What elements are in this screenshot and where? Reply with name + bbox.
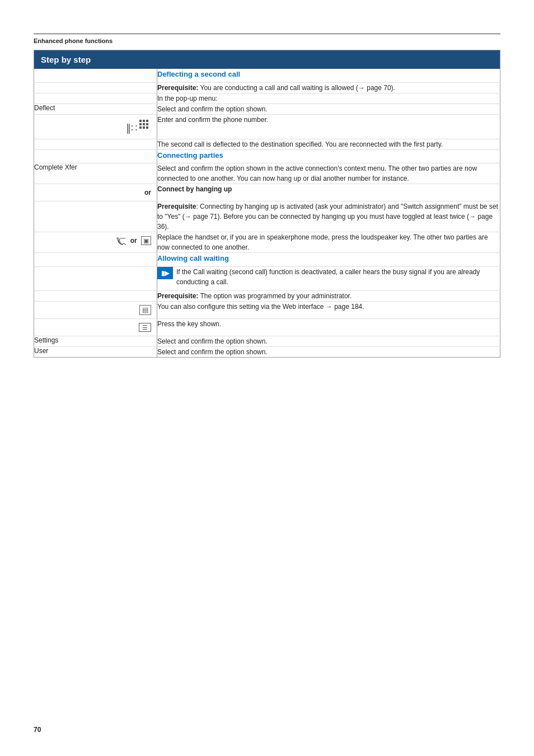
complete-xfer-text: Complete Xfer: [34, 163, 77, 171]
right-complete-xfer: Select and confirm the option shown in t…: [157, 163, 500, 184]
page-number: 70: [34, 726, 41, 734]
web-icon: ▤: [139, 305, 151, 315]
speaker-icon: ▣: [141, 236, 151, 245]
menu-icon-row: ☰ Press the key shown.: [34, 318, 500, 336]
numpad-icon-cell: ‖∷: [34, 114, 157, 139]
svg-rect-5: [146, 123, 148, 125]
phone-icon: [116, 237, 126, 245]
svg-rect-4: [143, 123, 145, 125]
svg-rect-2: [146, 120, 148, 122]
deflect-text: Deflect: [34, 104, 55, 112]
right-menu: Press the key shown.: [157, 318, 500, 336]
svg-rect-6: [139, 126, 142, 129]
section-deflecting-heading-row: Deflecting a second call: [34, 69, 500, 82]
left-empty-7: [34, 253, 157, 267]
svg-rect-3: [139, 123, 142, 125]
left-empty-5: [34, 149, 157, 163]
info-icon: ▮▶: [157, 267, 173, 279]
connect-hanging-up-text: Connect by hanging up: [157, 185, 232, 193]
deflected-result-row: The second call is deflected to the dest…: [34, 139, 500, 149]
complete-xfer-label: Complete Xfer: [34, 163, 157, 184]
prereq-bold-1: Prerequisite:: [157, 84, 198, 92]
connect-prereq-row: Prerequisite: Connecting by hanging up i…: [34, 201, 500, 232]
info-text: If the Call waiting (second call) functi…: [176, 267, 500, 287]
right-popup-menu: In the pop-up menu:: [157, 93, 500, 104]
numpad-row: ‖∷ Enter and confirm the phone number.: [34, 114, 500, 139]
info-row: ▮▶ If the Call waiting (second call) fun…: [157, 267, 500, 287]
section-connecting-heading-row: Connecting parties: [34, 149, 500, 163]
svg-rect-8: [146, 126, 148, 129]
prereq-admin-row: Prerequisite: The option was programmed …: [34, 290, 500, 301]
right-web: You can also configure this setting via …: [157, 301, 500, 318]
right-deflected-result: The second call is deflected to the dest…: [157, 139, 500, 149]
right-numpad: Enter and confirm the phone number.: [157, 114, 500, 139]
right-connecting-heading: Connecting parties: [157, 149, 500, 163]
step-by-step-label: Step by step: [34, 50, 157, 69]
main-table: Step by step Deflecting a second call Pr…: [34, 50, 500, 358]
numpad-icon: ‖∷: [126, 123, 137, 134]
svg-rect-1: [143, 120, 145, 122]
right-connect-prereq: Prerequisite: Connecting by hanging up i…: [157, 201, 500, 232]
right-prereq-admin: Prerequisite: The option was programmed …: [157, 290, 500, 301]
info-box-row: ▮▶ If the Call waiting (second call) fun…: [34, 266, 500, 290]
left-empty-9: [34, 290, 157, 301]
left-empty-2: [34, 82, 157, 93]
menu-icon: ☰: [139, 323, 151, 332]
right-phone-speaker: Replace the handset or, if you are in sp…: [157, 232, 500, 253]
allowing-heading: Allowing call waiting: [157, 253, 500, 264]
prerequisite-row-1: Prerequisite: You are conducting a call …: [34, 82, 500, 93]
left-empty-6: [34, 201, 157, 232]
right-deflect: Select and confirm the option shown.: [157, 104, 500, 114]
right-connect-heading: Connect by hanging up: [157, 184, 500, 201]
prereq-bold-3: Prerequisite:: [157, 292, 198, 300]
svg-rect-0: [139, 120, 142, 122]
right-user: Select and confirm the option shown.: [157, 346, 500, 357]
complete-xfer-row: Complete Xfer Select and confirm the opt…: [34, 163, 500, 184]
left-empty-4: [34, 139, 157, 149]
web-icon-row: ▤ You can also configure this setting vi…: [34, 301, 500, 318]
connecting-heading: Connecting parties: [157, 150, 500, 161]
menu-icon-cell: ☰: [34, 318, 157, 336]
header-rule: [34, 34, 500, 34]
right-prerequisite-1: Prerequisite: You are conducting a call …: [157, 82, 500, 93]
section-allowing-heading-row: Allowing call waiting: [34, 253, 500, 267]
svg-rect-7: [143, 126, 145, 129]
or-text-2: or: [130, 237, 137, 245]
right-settings: Select and confirm the option shown.: [157, 336, 500, 346]
deflect-row: Deflect Select and confirm the option sh…: [34, 104, 500, 114]
phone-speaker-row: or ▣ Replace the handset or, if you are …: [34, 232, 500, 253]
right-allowing-heading: Allowing call waiting: [157, 253, 500, 267]
settings-text: Settings: [34, 336, 58, 344]
web-icon-cell: ▤: [34, 301, 157, 318]
deflecting-heading: Deflecting a second call: [157, 69, 500, 80]
step-by-step-header-row: Step by step: [34, 50, 500, 69]
phone-speaker-icon-cell: or ▣: [34, 232, 157, 253]
page: Enhanced phone functions Step by step De…: [0, 0, 534, 756]
left-empty-8: [34, 266, 157, 290]
or-connect-row: or Connect by hanging up: [34, 184, 500, 201]
user-row: User Select and confirm the option shown…: [34, 346, 500, 357]
left-empty-1: [34, 69, 157, 82]
deflect-label: Deflect: [34, 104, 157, 114]
user-label: User: [34, 346, 157, 357]
header-label: Enhanced phone functions: [34, 37, 500, 44]
step-by-step-spacer: [157, 50, 500, 69]
prereq-bold-2: Prerequisite: [157, 203, 196, 210]
popup-menu-row: In the pop-up menu:: [34, 93, 500, 104]
or-label: or: [34, 184, 157, 201]
numpad-icon-svg: [139, 119, 151, 132]
settings-label: Settings: [34, 336, 157, 346]
user-text: User: [34, 347, 48, 355]
settings-row: Settings Select and confirm the option s…: [34, 336, 500, 346]
right-deflecting-heading: Deflecting a second call: [157, 69, 500, 82]
right-info-box: ▮▶ If the Call waiting (second call) fun…: [157, 266, 500, 290]
left-empty-3: [34, 93, 157, 104]
